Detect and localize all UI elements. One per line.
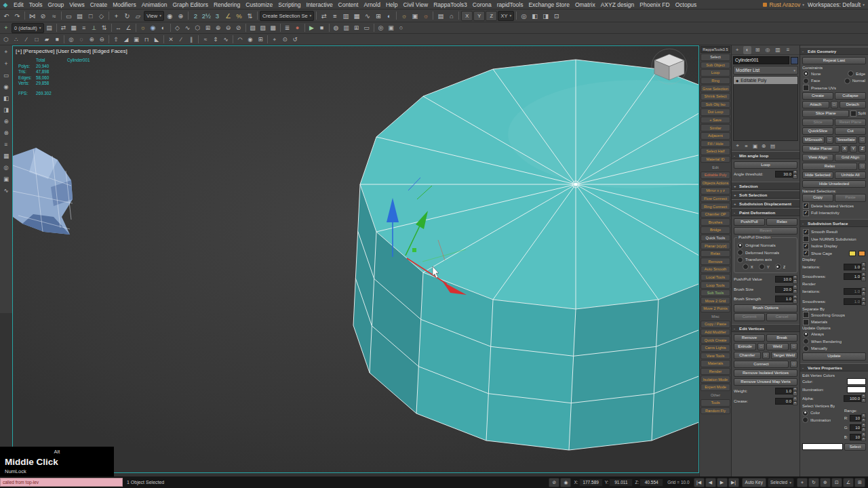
cylinder-object[interactable] <box>353 60 698 450</box>
inset-tool-icon[interactable]: ▣ <box>132 35 141 44</box>
spinner-arrows[interactable]: ▲▼ <box>861 394 866 403</box>
rappa-button-flow-connect[interactable]: Flow Connect <box>701 195 730 203</box>
modifier-stack[interactable]: ◆ Editable Poly <box>733 76 798 141</box>
move-tool-icon[interactable]: + <box>1 59 11 68</box>
modify-tab-icon[interactable]: ◐ <box>743 46 751 54</box>
border-mode-icon[interactable]: □ <box>32 35 41 44</box>
radio-button[interactable] <box>743 264 749 270</box>
light-lister-icon[interactable]: ☼ <box>138 23 148 33</box>
spinner-arrows[interactable]: ▲▼ <box>861 423 866 432</box>
extrude-tool-icon[interactable]: ⇧ <box>111 35 121 44</box>
undo-icon[interactable]: ↶ <box>1 11 12 21</box>
spinner-down-icon[interactable]: ▼ <box>861 418 866 423</box>
spinner[interactable]: 10▲▼ <box>850 423 866 432</box>
settings-box-button[interactable]: □ <box>790 343 797 351</box>
display-panel-toggle-icon[interactable]: ◧ <box>530 11 540 21</box>
spinner-down-icon[interactable]: ▼ <box>793 289 797 294</box>
menu-customize[interactable]: Customize <box>243 1 275 8</box>
button-select[interactable]: Select <box>844 443 866 451</box>
button-target-weld[interactable]: Target Weld <box>771 352 798 360</box>
rappa-button-grow-selection[interactable]: Grow Selection <box>701 85 730 92</box>
spinner[interactable]: 20.0▲▼ <box>775 285 797 293</box>
menu-civil-view[interactable]: Civil View <box>400 1 431 8</box>
menu-create[interactable]: Create <box>87 1 111 8</box>
use-pivot-point-center-icon[interactable]: ◉ <box>165 11 175 21</box>
normal-align-icon[interactable]: ⟂ <box>90 23 99 33</box>
smudge-brush-icon[interactable]: ∿ <box>221 35 231 44</box>
radio-button[interactable] <box>803 331 809 338</box>
spinner-down-icon[interactable]: ▼ <box>793 279 797 284</box>
spinner[interactable]: 10▲▼ <box>850 432 866 441</box>
add-object-tool-icon[interactable]: ⊕ <box>1 117 11 125</box>
rappa-button-fill-hole[interactable]: Fill / Hole <box>701 140 730 148</box>
cut-tool-icon[interactable]: ✕ <box>166 35 176 44</box>
rappa-button-mirror-x-y-z[interactable]: Mirror x y z <box>701 187 730 195</box>
rappa-button-shrink-select[interactable]: Shrink Select <box>701 93 730 100</box>
checkbox[interactable] <box>803 312 809 318</box>
menu-tools[interactable]: Tools <box>26 1 45 8</box>
settings-box-button[interactable]: □ <box>826 136 833 144</box>
swiftloop-tool-icon[interactable]: ∥ <box>186 35 196 44</box>
rollout-subdivision-displacement[interactable]: +Subdivision Displacement <box>732 199 800 207</box>
named-selection-sets-dropdown[interactable]: Create Selection Se▾ <box>260 11 314 21</box>
button-x[interactable]: X <box>841 145 848 153</box>
isolate-tool-icon[interactable]: ◎ <box>1 163 11 171</box>
maxscript-mini-listener[interactable]: called from top-lev <box>0 478 123 487</box>
project-folder-icon[interactable]: ⌂ <box>446 11 456 21</box>
spinner-down-icon[interactable]: ▼ <box>861 267 866 272</box>
rappa-button-sub-obj-iso[interactable]: Sub Obj Iso <box>701 101 730 108</box>
zoom-view-icon[interactable]: ⊕ <box>820 478 831 487</box>
rollout-paint-deformation[interactable]: -Paint Deformation <box>732 208 800 216</box>
zoom-extents-icon[interactable]: ⊡ <box>831 478 842 487</box>
show-end-result-icon[interactable]: ≡ <box>743 142 750 150</box>
coordinate-z-field[interactable]: 40.554 <box>639 479 663 487</box>
axis-constraint-z-button[interactable]: Z <box>486 11 497 21</box>
detach-tool-icon[interactable]: ⊖ <box>224 23 233 33</box>
rappa-button-sub-object[interactable]: Sub Object <box>701 62 730 69</box>
rappa-button-cams-lights[interactable]: Cams Lights <box>701 344 730 352</box>
rappa-button-tools[interactable]: Tools <box>701 399 730 407</box>
rappa-button-copy-paste[interactable]: Copy / Paste <box>701 321 730 328</box>
unlink-selection-icon[interactable]: ⊘ <box>38 11 48 21</box>
selection-lock-icon[interactable]: ◎ <box>376 23 386 33</box>
array-tool-icon[interactable]: ▦ <box>69 23 79 33</box>
spinner-down-icon[interactable]: ▼ <box>861 277 866 281</box>
coordinate-x-field[interactable]: 177.589 <box>579 479 603 487</box>
curve-tool-icon[interactable]: ∿ <box>1 186 11 195</box>
settings-box-button[interactable]: □ <box>757 343 765 351</box>
radio-button[interactable] <box>802 410 808 416</box>
button-attach[interactable]: Attach <box>802 101 829 109</box>
button-grid-align[interactable]: Grid Align <box>835 154 866 162</box>
shrink-selection-icon[interactable]: ⊖ <box>97 35 106 44</box>
angle-measure-icon[interactable]: ∠ <box>124 23 134 33</box>
radio-button[interactable] <box>803 338 809 344</box>
pole-vertex[interactable] <box>574 183 577 186</box>
radio-button[interactable] <box>844 78 850 84</box>
view-cube[interactable] <box>652 49 687 84</box>
object-name-field[interactable]: Cylinder001 <box>733 56 789 64</box>
rappa-button-select-half[interactable]: Select Half <box>701 148 730 155</box>
frame-tool-icon[interactable]: ▣ <box>1 174 11 183</box>
hierarchy-tab-icon[interactable]: ⊞ <box>753 46 762 54</box>
quickslice-tool-icon[interactable]: ∕ <box>176 35 186 44</box>
spinner[interactable]: 1.0▲▼ <box>775 295 797 304</box>
go-to-start-icon[interactable]: |◀ <box>694 478 705 487</box>
rollout-edit-vertices[interactable]: -Edit Vertices <box>732 324 800 332</box>
color-swatch[interactable] <box>847 378 866 385</box>
pivot-tools-icon[interactable]: ⌖ <box>270 35 279 44</box>
spinner-down-icon[interactable]: ▼ <box>861 399 866 403</box>
viewport-layout-icon[interactable]: ◨ <box>540 11 551 21</box>
configure-modifier-sets-icon[interactable]: ▤ <box>769 142 776 150</box>
spinner-down-icon[interactable]: ▼ <box>793 401 797 406</box>
rappa-button-render[interactable]: Render <box>701 368 730 375</box>
rappa-button-similar[interactable]: Similar <box>701 124 730 131</box>
weld-tool-icon[interactable]: ⊕ <box>214 23 223 33</box>
select-color-swatch[interactable] <box>802 443 843 450</box>
play-animation-icon[interactable]: ▶ <box>717 478 728 487</box>
window-crossing-toggle-icon[interactable]: ◇ <box>96 11 106 21</box>
shape-tools-icon[interactable]: ◇ <box>173 23 182 33</box>
isolate-selection-icon[interactable]: ◎ <box>519 11 529 21</box>
rappa-button-remove[interactable]: Remove <box>701 258 730 265</box>
slice-tool-icon[interactable]: ⊘ <box>234 23 243 33</box>
previous-frame-icon[interactable]: ◀ <box>705 478 716 487</box>
